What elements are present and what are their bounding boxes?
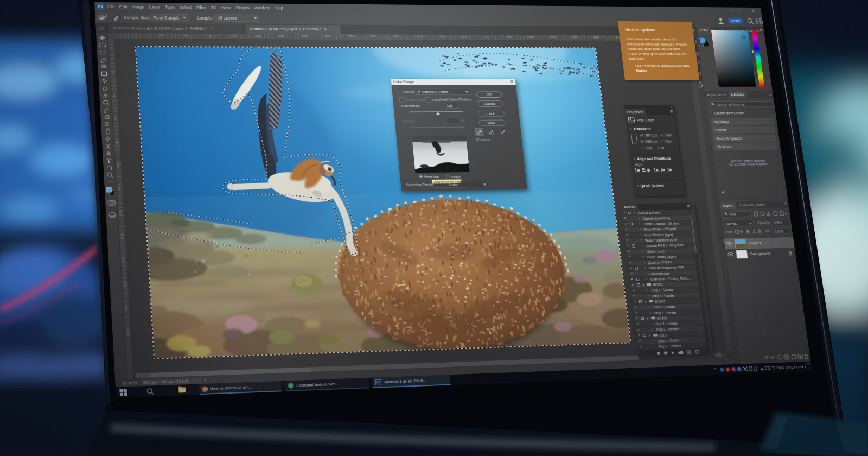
svg-text:+: +: [493, 132, 495, 136]
svg-text:-: -: [505, 132, 506, 135]
svg-text:fx: fx: [771, 355, 775, 360]
